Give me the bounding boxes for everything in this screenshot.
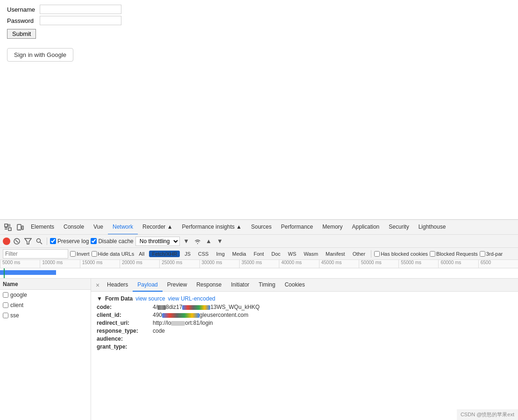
google-signin-button[interactable]: Sign in with Google xyxy=(7,48,73,62)
username-label: Username xyxy=(7,6,40,13)
password-row: Password xyxy=(7,16,511,25)
password-label: Password xyxy=(7,17,40,24)
username-input[interactable] xyxy=(40,5,121,14)
password-input[interactable] xyxy=(40,16,121,25)
submit-button[interactable]: Submit xyxy=(7,29,36,39)
page-area: Username Password Submit Sign in with Go… xyxy=(0,0,518,219)
username-row: Username xyxy=(7,5,511,14)
